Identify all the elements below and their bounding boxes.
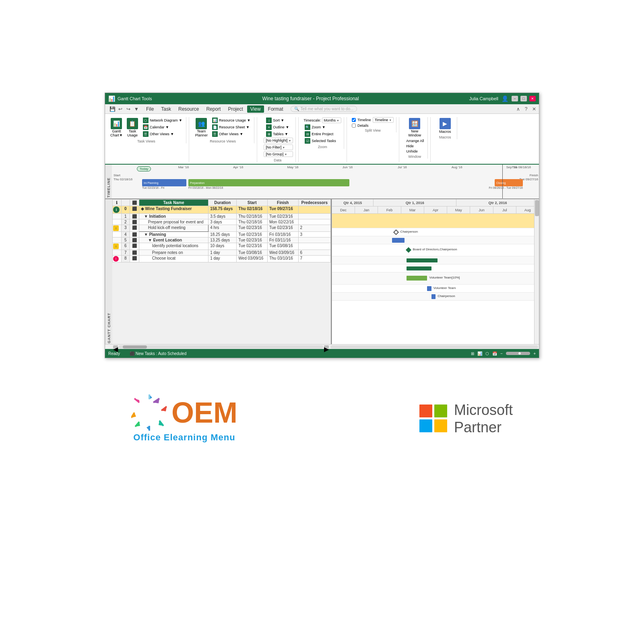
month-jul-header: Jul bbox=[493, 206, 516, 214]
help-button[interactable]: ? bbox=[523, 106, 529, 112]
task-name-2[interactable]: Prepare proposal for event and bbox=[139, 219, 208, 225]
team-planner-button[interactable]: 👥 TeamPlanner bbox=[194, 117, 209, 138]
col-header-duration[interactable]: Duration bbox=[208, 200, 237, 206]
timescale-dropdown[interactable]: Months bbox=[322, 118, 341, 123]
unhide-button[interactable]: Unhide bbox=[405, 149, 425, 154]
other-views-res-button[interactable]: ☰ Other Views ▼ bbox=[211, 131, 252, 137]
h-scroll-thumb[interactable] bbox=[123, 345, 147, 349]
network-diagram-button[interactable]: ⬡ Network Diagram ▼ bbox=[142, 117, 184, 124]
new-window-button[interactable]: 🪟 NewWindow bbox=[407, 117, 422, 138]
title-bar-app-title: Wine tasting fundraiser - Project Profes… bbox=[152, 96, 469, 101]
other-views-button[interactable]: ☰ Other Views ▼ bbox=[142, 131, 184, 137]
task-usage-button[interactable]: 📋 TaskUsage bbox=[125, 117, 140, 138]
task-name-6[interactable]: Identify potential locations bbox=[139, 243, 208, 250]
duration-3: 4 hrs bbox=[208, 225, 237, 232]
duration-0: 158.75 days bbox=[208, 206, 237, 214]
save-qa-button[interactable]: 💾 bbox=[109, 106, 116, 112]
macros-button[interactable]: ▶ Macros bbox=[438, 117, 452, 134]
details-checkbox[interactable] bbox=[352, 124, 356, 128]
more-qa-button[interactable]: ▼ bbox=[133, 106, 140, 112]
row-info-4 bbox=[113, 232, 122, 237]
finish-2: Mon 02/22/16 bbox=[267, 219, 298, 225]
zoom-out-button[interactable]: − bbox=[500, 351, 503, 356]
tl-month-jun: Jun '16 bbox=[320, 165, 375, 169]
entire-project-button[interactable]: ⊟ Entire Project bbox=[303, 131, 341, 137]
tl-month-may: May '16 bbox=[266, 165, 320, 169]
task-mode-status-icon: ⬛ bbox=[130, 351, 134, 356]
arrange-all-button[interactable]: Arrange All bbox=[405, 138, 425, 143]
qtr-2-2016-header: Qtr 2, 2016 bbox=[456, 199, 539, 206]
maximize-button[interactable]: □ bbox=[520, 96, 527, 101]
view-icon-table[interactable]: ⊞ bbox=[471, 351, 474, 356]
horizontal-scrollbar-area: ◀ ▶ bbox=[105, 344, 539, 349]
selected-tasks-icon: ☑ bbox=[305, 138, 310, 144]
task-name-5[interactable]: ▼ Event Location bbox=[139, 237, 208, 243]
table-row: i 0 ⬛ ◆ Wine Tasting Fundraiser 158.75 d… bbox=[113, 206, 331, 214]
scrollbar-thumb-v[interactable] bbox=[535, 200, 539, 216]
hide-button[interactable]: Hide bbox=[405, 144, 425, 149]
close-button[interactable]: ✕ bbox=[529, 96, 536, 101]
col-header-pred[interactable]: Predecessors bbox=[298, 200, 330, 206]
task-name-0[interactable]: ◆ Wine Tasting Fundraiser bbox=[139, 206, 208, 214]
ribbon-collapse-button[interactable]: ∧ bbox=[515, 106, 521, 112]
menu-report[interactable]: Report bbox=[203, 105, 224, 113]
col-header-start[interactable]: Start bbox=[237, 200, 268, 206]
tell-me-input[interactable]: Tell me what you want to do... bbox=[301, 107, 354, 111]
menu-file[interactable]: File bbox=[143, 105, 157, 113]
task-name-4[interactable]: ▼ Planning bbox=[139, 232, 208, 237]
new-window-icon: 🪟 bbox=[409, 118, 420, 129]
today-button[interactable]: Today bbox=[137, 166, 151, 171]
ms-project-window: 📊 Gantt Chart Tools Wine tasting fundrai… bbox=[105, 93, 539, 358]
tl-month-jul: Jul '16 bbox=[375, 165, 429, 169]
scroll-left-btn[interactable]: ◀ bbox=[113, 345, 118, 349]
scroll-right-btn[interactable]: ▶ bbox=[324, 345, 329, 349]
window-close-button[interactable]: ✕ bbox=[531, 106, 537, 112]
timeline-dropdown[interactable]: Timeline bbox=[373, 117, 394, 123]
zoom-slider[interactable] bbox=[506, 352, 530, 355]
finish-7: Wed 03/09/16 bbox=[267, 250, 298, 256]
filter-dropdown[interactable]: [No Filter] bbox=[264, 144, 293, 150]
highlight-dropdown[interactable]: [No Highlight] bbox=[264, 138, 293, 143]
selected-tasks-button[interactable]: ☑ Selected Tasks bbox=[303, 138, 341, 144]
group-dropdown[interactable]: [No Group] bbox=[264, 151, 293, 157]
oem-subtitle-text: Office Elearning Menu bbox=[133, 432, 235, 443]
undo-button[interactable]: ↩ bbox=[117, 106, 124, 112]
task-name-8[interactable]: Choose locat bbox=[139, 256, 208, 262]
task-name-3[interactable]: Hold kick-off meeting bbox=[139, 225, 208, 232]
task-name-1[interactable]: ▼ Initiation bbox=[139, 214, 208, 219]
view-icon-gantt[interactable]: 📊 bbox=[477, 351, 482, 356]
menu-format[interactable]: Format bbox=[265, 105, 287, 113]
resource-sheet-button[interactable]: 📄 Resource Sheet ▼ bbox=[211, 124, 252, 130]
zoom-in-button[interactable]: + bbox=[533, 351, 536, 356]
resource-usage-button[interactable]: 📊 Resource Usage ▼ bbox=[211, 117, 252, 124]
outline-button[interactable]: ≡ Outline ▼ bbox=[265, 124, 290, 130]
col-header-finish[interactable]: Finish bbox=[267, 200, 298, 206]
oem-logo: OEM Office Elearning Menu bbox=[131, 394, 237, 443]
start-0: Thu 02/18/16 bbox=[237, 206, 268, 214]
menu-view[interactable]: View bbox=[247, 105, 264, 113]
task-name-7[interactable]: Prepare notes on bbox=[139, 250, 208, 256]
pred-1 bbox=[298, 214, 330, 219]
menu-project[interactable]: Project bbox=[225, 105, 246, 113]
zoom-button[interactable]: 🔍 Zoom ▼ bbox=[303, 124, 341, 130]
table-row: ! 8 ⬛ Choose locat 1 day Wed 03/09/16 Th… bbox=[113, 256, 331, 262]
vertical-scrollbar[interactable] bbox=[534, 199, 539, 344]
calendar-button[interactable]: 📅 Calendar ▼ bbox=[142, 124, 184, 130]
row-info-1 bbox=[113, 214, 122, 219]
menu-resource[interactable]: Resource bbox=[175, 105, 202, 113]
redo-button[interactable]: ↪ bbox=[125, 106, 132, 112]
zoom-slider-thumb[interactable] bbox=[518, 352, 521, 355]
tables-button[interactable]: ⊞ Tables ▼ bbox=[265, 131, 290, 137]
tl-closing-bar: Closing bbox=[495, 179, 523, 186]
col-header-task-name[interactable]: Task Name bbox=[139, 200, 208, 206]
view-icon-calendar[interactable]: 📅 bbox=[492, 351, 497, 356]
gantt-chart-button[interactable]: 📊 GanttChart▼ bbox=[109, 117, 124, 138]
menu-task[interactable]: Task bbox=[158, 105, 174, 113]
network-icon: ⬡ bbox=[143, 118, 149, 123]
timeline-checkbox[interactable] bbox=[352, 118, 356, 122]
ms-partner-text: Microsoft Partner bbox=[454, 401, 513, 436]
status-task-mode: ⬛ New Tasks : Auto Scheduled bbox=[130, 351, 186, 356]
view-icon-network[interactable]: ⬡ bbox=[485, 351, 489, 356]
minimize-button[interactable]: − bbox=[512, 96, 518, 101]
sort-button[interactable]: ↕ Sort ▼ bbox=[265, 117, 290, 124]
